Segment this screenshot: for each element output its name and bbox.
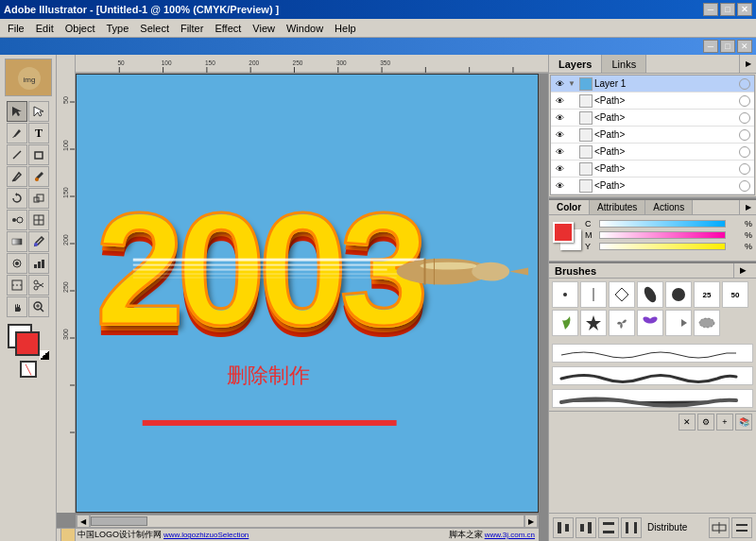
hand-tool[interactable] — [7, 296, 27, 317]
layer-target-icon[interactable] — [739, 146, 750, 158]
doc-minimize-button[interactable]: ─ — [703, 40, 718, 53]
scissors-tool[interactable] — [28, 275, 49, 296]
layer-visibility-icon[interactable]: 👁 — [553, 111, 566, 125]
slider-track-c[interactable] — [599, 220, 726, 228]
menu-filter[interactable]: Filter — [175, 22, 209, 35]
layer-target-icon[interactable] — [739, 95, 750, 107]
document-canvas[interactable]: 2003 2003 2003 2003 — [76, 74, 539, 513]
maximize-button[interactable]: □ — [720, 3, 735, 16]
menu-select[interactable]: Select — [134, 22, 175, 35]
menu-edit[interactable]: Edit — [30, 22, 60, 35]
brush-circle-large[interactable] — [665, 281, 692, 308]
hscroll-track[interactable] — [90, 516, 524, 527]
distribute-align-btn[interactable] — [709, 517, 730, 538]
zoom-tool[interactable] — [28, 296, 49, 317]
brush-delete-button[interactable]: ✕ — [679, 414, 696, 431]
brush-stroke-3[interactable] — [552, 389, 753, 408]
slice-tool[interactable] — [7, 275, 27, 296]
tab-links[interactable]: Links — [602, 55, 646, 73]
foreground-color-swatch[interactable] — [553, 222, 574, 243]
menu-help[interactable]: Help — [329, 22, 362, 35]
pen-tool[interactable] — [7, 123, 27, 144]
menu-effect[interactable]: Effect — [209, 22, 247, 35]
blend-tool[interactable] — [7, 210, 27, 230]
fg-color-swatch[interactable] — [15, 331, 40, 356]
brush-star[interactable] — [580, 310, 607, 336]
pencil-tool[interactable] — [7, 166, 27, 187]
tab-attributes[interactable]: Attributes — [590, 200, 645, 214]
menu-file[interactable]: File — [2, 22, 30, 35]
brush-options-button[interactable]: ⚙ — [697, 414, 714, 431]
fill-none-button[interactable]: ╲ — [20, 361, 37, 378]
minimize-button[interactable]: ─ — [703, 3, 718, 16]
close-button[interactable]: ✕ — [737, 3, 752, 16]
line-tool[interactable] — [7, 144, 27, 165]
brush-tool[interactable] — [28, 166, 49, 187]
canvas-area[interactable]: 50 100 150 200 250 300 350 — [57, 55, 548, 541]
brush-dot-small[interactable] — [552, 281, 578, 308]
gradient-tool[interactable] — [7, 231, 27, 252]
selection-tool[interactable] — [7, 101, 27, 122]
layer-row-path4[interactable]: 👁 <Path> — [551, 144, 754, 161]
layer-target-icon[interactable] — [739, 129, 750, 141]
menu-type[interactable]: Type — [101, 22, 135, 35]
eyedropper-tool[interactable] — [28, 231, 49, 252]
column-chart-tool[interactable] — [28, 253, 49, 274]
hscroll-left-button[interactable]: ◀ — [77, 515, 90, 528]
layer-target-icon[interactable] — [739, 78, 750, 90]
brush-line[interactable] — [580, 281, 607, 308]
layer-target-icon[interactable] — [739, 112, 750, 124]
color-menu-button[interactable]: ▶ — [739, 200, 756, 214]
brush-arrow[interactable] — [665, 310, 692, 336]
brushes-menu-button[interactable]: ▶ — [733, 263, 750, 278]
distribute-btn-4[interactable] — [621, 517, 642, 538]
scale-tool[interactable] — [28, 188, 49, 209]
doc-close-button[interactable]: ✕ — [737, 40, 752, 53]
layer-visibility-icon[interactable]: 👁 — [553, 162, 566, 176]
layer-target-icon[interactable] — [739, 180, 750, 192]
distribute-btn-2[interactable] — [576, 517, 596, 538]
brush-size-25[interactable]: 25 — [694, 281, 720, 308]
layer-visibility-icon[interactable]: 👁 — [553, 94, 566, 108]
brush-leaf[interactable] — [637, 281, 663, 308]
distribute-equal-btn[interactable] — [731, 517, 752, 538]
distribute-btn-1[interactable] — [553, 517, 574, 538]
brush-dry[interactable] — [694, 310, 720, 336]
hscroll-thumb[interactable] — [91, 516, 147, 526]
brush-size-50[interactable]: 50 — [722, 281, 748, 308]
menu-window[interactable]: Window — [281, 22, 329, 35]
layer-row-layer1[interactable]: 👁 ▼ Layer 1 — [551, 76, 754, 93]
slider-track-m[interactable] — [599, 231, 726, 239]
brush-feather[interactable] — [552, 310, 578, 336]
mesh-tool[interactable] — [28, 210, 49, 230]
direct-select-tool[interactable] — [28, 101, 49, 122]
brush-butterfly[interactable] — [637, 310, 663, 336]
layer-row-path3[interactable]: 👁 <Path> — [551, 127, 754, 144]
layer-row-path6[interactable]: 👁 <Path> — [551, 178, 754, 194]
layer-target-icon[interactable] — [739, 163, 750, 175]
brush-library-button[interactable]: 📚 — [735, 414, 752, 431]
layer-expand-icon[interactable]: ▼ — [568, 79, 579, 88]
distribute-btn-3[interactable] — [598, 517, 619, 538]
default-colors-icon[interactable] — [40, 350, 49, 360]
layer-visibility-icon[interactable]: 👁 — [553, 77, 566, 91]
hscroll-right-button[interactable]: ▶ — [524, 515, 538, 528]
layer-visibility-icon[interactable]: 👁 — [553, 128, 566, 142]
doc-maximize-button[interactable]: □ — [720, 40, 735, 53]
canvas-hscroll[interactable]: ◀ ▶ — [76, 515, 539, 528]
layers-menu-button[interactable]: ▶ — [739, 55, 756, 73]
slider-track-y[interactable] — [599, 243, 726, 250]
brush-diamond[interactable] — [609, 281, 635, 308]
brush-stroke-1[interactable] — [552, 344, 753, 363]
rect-tool[interactable] — [28, 144, 49, 165]
tab-actions[interactable]: Actions — [645, 200, 693, 214]
brush-stroke-2[interactable] — [552, 366, 753, 385]
tab-layers[interactable]: Layers — [549, 55, 602, 73]
brush-new-button[interactable]: + — [716, 414, 733, 431]
brush-splash[interactable] — [609, 310, 635, 336]
type-tool[interactable]: T — [28, 123, 49, 144]
layer-row-path5[interactable]: 👁 <Path> — [551, 161, 754, 178]
layer-visibility-icon[interactable]: 👁 — [553, 179, 566, 193]
menu-object[interactable]: Object — [60, 22, 101, 35]
layer-visibility-icon[interactable]: 👁 — [553, 145, 566, 159]
